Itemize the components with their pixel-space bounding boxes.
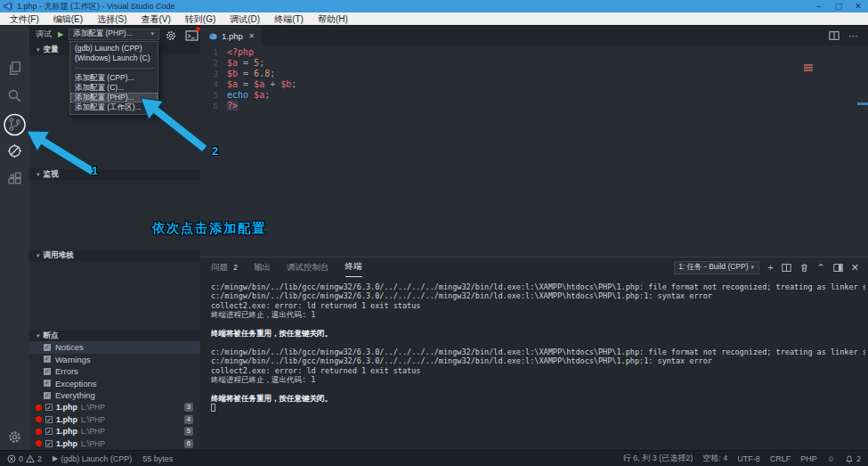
split-editor-icon[interactable]	[829, 30, 840, 41]
checkbox-icon[interactable]: ✓	[44, 392, 51, 399]
breakpoint-file-row[interactable]: ✓1.phpL:\PHP6	[29, 437, 200, 450]
checkbox-icon[interactable]: ✓	[45, 404, 53, 411]
file-size-status: 55 bytes	[142, 454, 173, 463]
twistie-icon: ▾	[37, 46, 40, 53]
panel-tab[interactable]: 终端	[345, 258, 362, 277]
terminal-cursor	[211, 404, 215, 412]
code-editor[interactable]: 1<?php2$a = 5;3$b = 6.8;4$a = $a + $b;5e…	[200, 45, 868, 257]
breakpoint-filter-row[interactable]: ✓Warnings	[29, 354, 200, 366]
code-token: $b	[227, 69, 238, 78]
breakpoint-file-row[interactable]: ✓1.phpL:\PHP4	[29, 413, 200, 426]
checkbox-icon[interactable]: ✓	[45, 428, 53, 435]
config-menu-item[interactable]: (gdb) Launch (CPP)	[70, 44, 158, 53]
checkbox-icon[interactable]: ✓	[45, 416, 53, 423]
toggle-panel-icon[interactable]	[833, 263, 843, 273]
minimize-button[interactable]: –	[809, 2, 829, 11]
activity-bar	[0, 26, 29, 450]
notification-count: 2	[856, 454, 861, 463]
breakpoint-file-row[interactable]: ✓1.phpL:\PHP5	[29, 426, 200, 438]
menubar-item[interactable]: 文件(F)	[3, 12, 46, 26]
section-title: 监视	[44, 169, 59, 180]
checkbox-icon[interactable]: ✓	[44, 380, 51, 387]
breakpoint-file-row[interactable]: ✓1.phpL:\PHP3	[29, 402, 200, 414]
checkbox-icon[interactable]: ✓	[44, 356, 51, 363]
menubar-item[interactable]: 查看(V)	[134, 12, 177, 26]
menubar-item[interactable]: 选择(S)	[90, 12, 134, 26]
panel-tab[interactable]: 问题2	[211, 258, 238, 277]
maximize-panel-icon[interactable]: ⌃	[817, 262, 825, 274]
breakpoint-filter-row[interactable]: ✓Exceptions	[29, 378, 200, 390]
config-menu-item[interactable]: 添加配置 (工作区)...	[70, 102, 158, 112]
source-control-icon[interactable]	[7, 117, 22, 132]
panel-tab[interactable]: 输出	[254, 258, 271, 277]
config-menu-item[interactable]: 添加配置 (PHP)...	[70, 93, 158, 102]
code-line: 1<?php	[200, 47, 296, 58]
terminal-output[interactable]: c:/mingw/bin/../lib/gcc/mingw32/6.3.0/..…	[211, 282, 865, 450]
terminal-line: collect2.exe: error: ld returned 1 exit …	[211, 301, 865, 310]
manage-gear-icon[interactable]	[8, 430, 21, 444]
debug-console-icon[interactable]	[185, 29, 199, 39]
explorer-icon[interactable]	[7, 61, 22, 76]
more-actions-icon[interactable]: ⋯	[848, 30, 859, 42]
language-mode-status[interactable]: PHP	[800, 454, 817, 463]
breakpoint-filter-row[interactable]: ✓Notices	[29, 341, 200, 354]
new-terminal-icon[interactable]: +	[767, 262, 773, 273]
watch-panel	[29, 180, 200, 250]
panel-actions: 1: 任务 - Build (CPP) ▼ + ⌃ ✕	[674, 261, 868, 274]
notifications-status[interactable]: 2	[845, 454, 861, 463]
section-header-call-stack[interactable]: ▾ 调用堆栈	[29, 250, 200, 261]
section-header-watch[interactable]: ▾ 监视	[29, 169, 200, 180]
error-icon	[7, 454, 16, 463]
search-icon[interactable]	[7, 88, 22, 103]
code-token: $a	[227, 58, 238, 68]
eol-status[interactable]: CRLF	[770, 454, 791, 463]
breakpoint-dot-icon	[36, 429, 42, 435]
kill-terminal-trash-icon[interactable]	[799, 263, 809, 273]
close-panel-icon[interactable]: ✕	[851, 262, 859, 274]
tab-1php[interactable]: 1.php ✕	[200, 26, 261, 45]
minimap[interactable]	[802, 63, 815, 72]
title-bar: 1.php - 无标题 (工作区) - Visual Studio Code –…	[0, 0, 868, 12]
config-menu-item[interactable]: 添加配置 (C)...	[70, 83, 158, 93]
debug-config-dropdown[interactable]: 添加配置 (PHP)... ▼	[69, 29, 159, 40]
code-line: 5echo $a;	[200, 90, 296, 101]
menubar-item[interactable]: 调试(D)	[223, 12, 267, 26]
encoding-status[interactable]: UTF-8	[737, 454, 760, 463]
twistie-icon: ▾	[37, 332, 40, 339]
cursor-position-status[interactable]: 行 6, 列 3 (已选择2)	[623, 453, 694, 464]
split-terminal-icon[interactable]	[782, 263, 791, 273]
menubar-item[interactable]: 帮助(H)	[311, 12, 355, 26]
tab-close-icon[interactable]: ✕	[248, 32, 255, 40]
menubar-item[interactable]: 编辑(E)	[46, 12, 90, 26]
breakpoint-dot-icon	[36, 416, 42, 422]
line-number: 3	[200, 69, 218, 79]
configure-gear-icon[interactable]	[166, 29, 176, 39]
breakpoint-filter-row[interactable]: ✓Everything	[29, 389, 200, 402]
code-token: =	[238, 79, 254, 89]
panel-tab[interactable]: 调试控制台	[287, 258, 329, 277]
panel-tab-badge: 2	[233, 263, 238, 272]
line-number: 1	[200, 47, 218, 58]
breakpoint-file-path: L:\PHP	[81, 427, 105, 436]
menubar-item[interactable]: 转到(G)	[178, 12, 223, 26]
extensions-icon[interactable]	[7, 172, 22, 187]
checkbox-icon[interactable]: ✓	[44, 368, 51, 375]
terminal-task-dropdown[interactable]: 1: 任务 - Build (CPP) ▼	[674, 261, 759, 274]
feedback-smiley-icon[interactable]: ☺	[827, 454, 835, 463]
indentation-status[interactable]: 空格: 4	[702, 453, 727, 464]
maximize-button[interactable]: ▢	[829, 2, 848, 11]
section-header-breakpoints[interactable]: ▾ 断点	[29, 331, 200, 341]
launch-status[interactable]: ▶ (gdb) Launch (CPP)	[53, 454, 132, 463]
problems-status[interactable]: 0 2	[7, 454, 42, 463]
close-button[interactable]: ✕	[848, 2, 868, 11]
menubar-item[interactable]: 终端(T)	[267, 12, 311, 26]
start-debug-button[interactable]: ▶	[58, 30, 63, 38]
config-menu-item[interactable]: 添加配置 (CPP)...	[70, 73, 158, 83]
code-token: ;	[264, 90, 270, 100]
checkbox-icon[interactable]: ✓	[45, 440, 53, 447]
code-text: echo $a;	[218, 90, 270, 101]
debug-icon[interactable]	[7, 143, 22, 159]
config-menu-item[interactable]: (Windows) Launch (C)	[70, 53, 158, 63]
checkbox-icon[interactable]: ✓	[44, 344, 51, 351]
breakpoint-filter-row[interactable]: ✓Errors	[29, 365, 200, 378]
